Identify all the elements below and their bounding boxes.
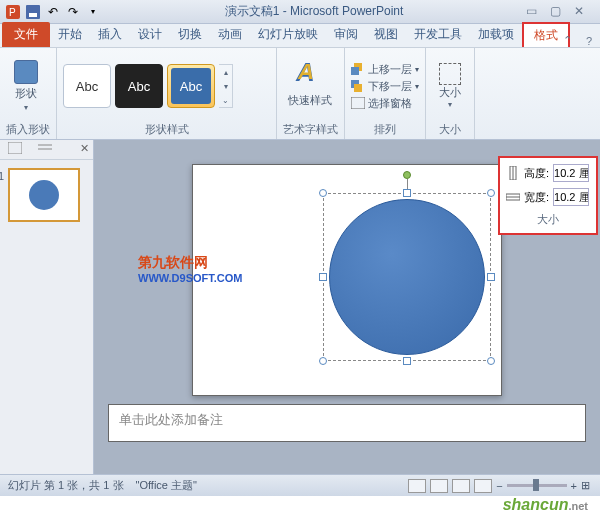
- maximize-icon[interactable]: ▢: [550, 4, 566, 20]
- theme-indicator: "Office 主题": [136, 478, 197, 493]
- notes-input[interactable]: 单击此处添加备注: [108, 404, 586, 442]
- tab-insert[interactable]: 插入: [90, 22, 130, 47]
- quick-access-toolbar: P ↶ ↷ ▾: [4, 3, 102, 21]
- group-shape-styles: Abc Abc Abc ▴▾⌄ 形状填充 形状轮廓 形状效果 形状样式: [57, 48, 277, 139]
- zoom-slider[interactable]: [507, 484, 567, 487]
- close-icon[interactable]: ✕: [574, 4, 590, 20]
- tab-animations[interactable]: 动画: [210, 22, 250, 47]
- svg-rect-7: [351, 67, 359, 75]
- size-popup: 高度: 宽度: 大小: [498, 156, 598, 235]
- zoom-in-button[interactable]: +: [571, 480, 577, 492]
- width-row: 宽度:: [506, 188, 590, 206]
- slides-panel: ✕ 1: [0, 140, 94, 474]
- watermark: 第九软件网 WWW.D9SOFT.COM: [138, 254, 243, 284]
- window-controls: ▭ ▢ ✕: [526, 4, 596, 20]
- height-row: 高度:: [506, 164, 590, 182]
- tab-addins[interactable]: 加载项: [470, 22, 522, 47]
- powerpoint-icon[interactable]: P: [4, 3, 22, 21]
- panel-close-button[interactable]: ✕: [80, 142, 89, 155]
- reading-view-button[interactable]: [452, 479, 470, 493]
- resize-handle[interactable]: [487, 357, 495, 365]
- wordart-icon: AA: [294, 57, 326, 89]
- circle-shape[interactable]: [329, 199, 485, 355]
- tab-design[interactable]: 设计: [130, 22, 170, 47]
- style-swatch-3[interactable]: Abc: [167, 64, 215, 108]
- status-bar: 幻灯片 第 1 张，共 1 张 "Office 主题" − + ⊞: [0, 474, 600, 496]
- sorter-view-button[interactable]: [430, 479, 448, 493]
- styles-more-button[interactable]: ▴▾⌄: [219, 64, 233, 108]
- style-swatch-2[interactable]: Abc: [115, 64, 163, 108]
- slide-thumbnail-1[interactable]: 1: [8, 168, 80, 222]
- tab-transitions[interactable]: 切换: [170, 22, 210, 47]
- panel-tabs: ✕: [0, 140, 93, 160]
- fit-view-button[interactable]: ⊞: [581, 479, 590, 492]
- zoom-out-button[interactable]: −: [496, 480, 502, 492]
- width-input[interactable]: [553, 188, 589, 206]
- send-backward-button[interactable]: 下移一层▾: [351, 79, 419, 94]
- tab-review[interactable]: 审阅: [326, 22, 366, 47]
- file-tab[interactable]: 文件: [2, 22, 50, 47]
- svg-rect-9: [354, 84, 362, 92]
- title-bar: P ↶ ↷ ▾ 演示文稿1 - Microsoft PowerPoint ▭ ▢…: [0, 0, 600, 24]
- help-icon[interactable]: ?: [586, 35, 592, 47]
- window-title: 演示文稿1 - Microsoft PowerPoint: [102, 3, 526, 20]
- resize-handle[interactable]: [487, 189, 495, 197]
- ribbon-minimize-icon[interactable]: ⌃: [563, 34, 572, 47]
- slide-indicator: 幻灯片 第 1 张，共 1 张: [8, 478, 124, 493]
- tab-developer[interactable]: 开发工具: [406, 22, 470, 47]
- style-swatch-1[interactable]: Abc: [63, 64, 111, 108]
- height-input[interactable]: [553, 164, 589, 182]
- group-size: 大小 ▾ 大小: [426, 48, 475, 139]
- selection-pane-button[interactable]: 选择窗格: [351, 96, 419, 111]
- thumb-shape-icon: [29, 180, 59, 210]
- undo-icon[interactable]: ↶: [44, 3, 62, 21]
- group-arrange: 上移一层▾ 下移一层▾ 选择窗格 排列: [345, 48, 426, 139]
- chevron-down-icon: ▾: [24, 103, 28, 112]
- svg-rect-11: [8, 142, 22, 154]
- tab-view[interactable]: 视图: [366, 22, 406, 47]
- panel-tab-outline[interactable]: [30, 140, 60, 159]
- shape-icon: [14, 60, 38, 84]
- resize-handle[interactable]: [319, 189, 327, 197]
- group-insert-shape: 形状 ▾ 插入形状: [0, 48, 57, 139]
- selected-circle-shape[interactable]: [323, 193, 491, 361]
- height-icon: [506, 166, 520, 180]
- svg-text:P: P: [9, 7, 16, 18]
- slideshow-view-button[interactable]: [474, 479, 492, 493]
- normal-view-button[interactable]: [408, 479, 426, 493]
- qat-more-icon[interactable]: ▾: [84, 3, 102, 21]
- svg-text:A: A: [297, 59, 314, 84]
- resize-handle[interactable]: [319, 357, 327, 365]
- size-button[interactable]: 大小 ▾: [432, 57, 468, 115]
- shapes-button[interactable]: 形状 ▾: [6, 57, 46, 115]
- page-watermark: shancun.net: [503, 496, 588, 514]
- size-icon: [439, 63, 461, 85]
- resize-handle[interactable]: [487, 273, 495, 281]
- resize-handle[interactable]: [319, 273, 327, 281]
- tab-slideshow[interactable]: 幻灯片放映: [250, 22, 326, 47]
- save-icon[interactable]: [24, 3, 42, 21]
- quick-styles-button[interactable]: AA 快速样式: [283, 57, 337, 115]
- group-wordart: AA 快速样式 艺术字样式: [277, 48, 345, 139]
- tab-home[interactable]: 开始: [50, 22, 90, 47]
- resize-handle[interactable]: [403, 357, 411, 365]
- resize-handle[interactable]: [403, 189, 411, 197]
- svg-rect-10: [351, 97, 365, 109]
- redo-icon[interactable]: ↷: [64, 3, 82, 21]
- ribbon: 形状 ▾ 插入形状 Abc Abc Abc ▴▾⌄ 形状填充 形状轮廓 形状效果…: [0, 48, 600, 140]
- panel-tab-slides[interactable]: [0, 140, 30, 159]
- minimize-icon[interactable]: ▭: [526, 4, 542, 20]
- ribbon-tabs: 文件 开始 插入 设计 切换 动画 幻灯片放映 审阅 视图 开发工具 加载项 格…: [0, 24, 600, 48]
- svg-rect-3: [29, 13, 37, 17]
- rotate-handle[interactable]: [403, 171, 411, 179]
- width-icon: [506, 190, 520, 204]
- bring-forward-button[interactable]: 上移一层▾: [351, 62, 419, 77]
